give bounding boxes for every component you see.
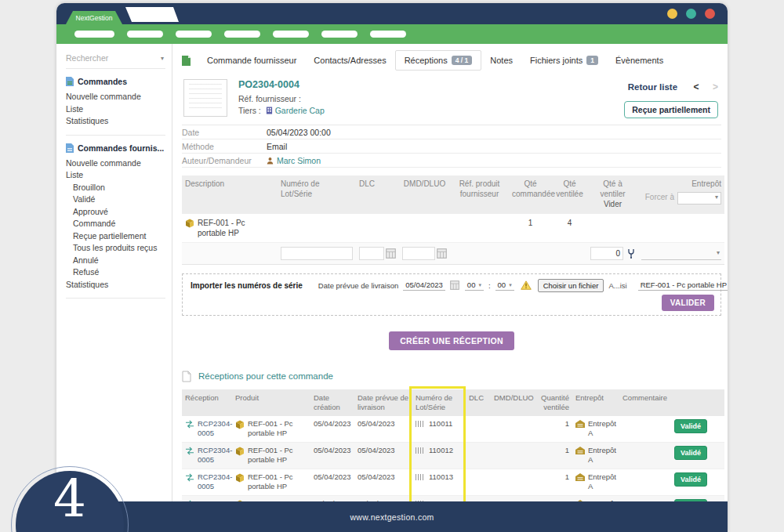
product-link[interactable]: REF-001 - Pc portable HP	[248, 472, 307, 492]
dlc-input[interactable]	[359, 247, 384, 260]
document-icon	[66, 77, 74, 86]
tab-notes[interactable]: Notes	[481, 51, 521, 70]
warehouse-link[interactable]: Entrepôt A	[588, 419, 616, 439]
minute-select[interactable]: 00▾	[495, 280, 514, 291]
col-reception: Réception	[182, 389, 232, 416]
dispatch-input-row: 0 ▾	[182, 242, 724, 264]
table-row: RCP2304-0005 REF-001 - Pc portable HP 05…	[182, 495, 724, 501]
tiers-link[interactable]: Garderie Cap	[275, 106, 325, 115]
split-dispatch-icon[interactable]	[627, 248, 635, 259]
reception-link[interactable]: RCP2304-0005	[198, 472, 232, 492]
sidebar-item-liste[interactable]: Liste	[66, 103, 165, 116]
product-link[interactable]: REF-001 - Pc portable HP	[198, 218, 274, 238]
previous-record-icon[interactable]: <	[694, 81, 699, 92]
creer-reception-button[interactable]: CRÉER UNE RÉCEPTION	[389, 331, 514, 350]
calendar-icon[interactable]	[386, 248, 396, 259]
sidebar-item-valide[interactable]: Validé	[66, 194, 165, 206]
menu-item-redacted[interactable]	[74, 31, 114, 38]
sidebar-item-commande[interactable]: Commandé	[66, 218, 165, 230]
retour-liste-link[interactable]: Retour liste	[628, 82, 677, 92]
warehouse-link[interactable]: Entrepôt A	[588, 472, 616, 492]
reception-link[interactable]: RCP2304-0005	[198, 419, 232, 439]
dmd-cell	[491, 416, 535, 443]
col-qte-commandee: Qté commandée	[509, 176, 552, 214]
brand-logo: NextGestion	[66, 11, 122, 24]
calendar-icon[interactable]	[437, 248, 447, 259]
app-footer: www.nextgestion.com	[56, 501, 728, 532]
forcer-a-select[interactable]: ▾	[677, 192, 721, 204]
next-record-icon[interactable]: >	[713, 81, 718, 92]
search-placeholder: Rechercher	[66, 53, 108, 63]
dmd-dluo-input[interactable]	[402, 247, 435, 260]
tab-evenements[interactable]: Évènements	[607, 51, 672, 70]
valider-button[interactable]: VALIDER	[662, 295, 714, 311]
product-select[interactable]: REF-001 - Pc portable HP▾	[638, 280, 728, 291]
choose-file-button[interactable]: Choisir un fichier	[538, 279, 604, 292]
product-link[interactable]: REF-001 - Pc portable HP	[248, 446, 307, 465]
sidebar-section-commandes-fournisseurs[interactable]: Commandes fournis...	[66, 143, 165, 153]
sidebar-divider	[66, 135, 165, 136]
vider-link[interactable]: Vider	[590, 200, 635, 210]
sidebar-item-tous-produits-recus[interactable]: Tous les produits reçus	[66, 242, 165, 255]
qty-dispatch-input[interactable]: 0	[590, 247, 623, 260]
date-prevue-input[interactable]: 05/04/2023	[403, 280, 445, 291]
date-prevue-cell: 05/04/2023	[354, 495, 412, 501]
document-thumbnail[interactable]	[183, 79, 227, 117]
sidebar-item-refuse[interactable]: Refusé	[66, 266, 165, 279]
menu-item-redacted[interactable]	[370, 31, 406, 38]
tab-bar: Commande fournisseur Contacts/Adresses R…	[182, 49, 721, 72]
reception-icon	[185, 447, 194, 455]
menu-item-redacted[interactable]	[273, 31, 309, 38]
dmd-cell	[491, 495, 535, 501]
detail-value-methode: Email	[267, 142, 287, 151]
receptions-section-title: Réceptions pour cette commande	[198, 371, 333, 381]
sidebar-divider	[66, 298, 165, 299]
import-serials-box: Importer les numéros de série Date prévu…	[182, 273, 721, 316]
col-dmd-dluo: DMD/DLUO	[399, 176, 450, 214]
calendar-icon[interactable]	[450, 280, 460, 290]
sidebar-item-statistiques[interactable]: Statistiques	[66, 115, 165, 128]
sidebar-item-nouvelle-commande[interactable]: Nouvelle commande	[66, 91, 165, 103]
sidebar-item-recue-partiellement[interactable]: Reçue partiellement	[66, 230, 165, 243]
warehouse-link[interactable]: Entrepôt A	[588, 446, 616, 465]
search-select[interactable]: Rechercher ▾	[66, 52, 165, 69]
lot-serie-input[interactable]	[281, 247, 353, 260]
sidebar-item-statistiques-f[interactable]: Statistiques	[66, 279, 165, 291]
date-creation-cell: 05/04/2023	[310, 495, 354, 501]
menu-item-redacted[interactable]	[127, 31, 163, 38]
package-icon	[235, 447, 245, 456]
sidebar-section-commandes[interactable]: Commandes	[66, 77, 165, 86]
col-date-creation: Date création	[310, 389, 354, 416]
col-ref-produit: Réf. produit fournisseur	[450, 176, 509, 214]
qte-commandee-value: 1	[509, 214, 552, 243]
sidebar-item-brouillon[interactable]: Brouillon	[66, 182, 165, 194]
reception-link[interactable]: RCP2304-0005	[198, 446, 232, 465]
warehouse-select[interactable]: ▾	[641, 247, 721, 260]
thumbnail-preview-lines	[189, 84, 222, 112]
file-chosen-status: A...isi	[608, 281, 626, 290]
tab-commande-fournisseur[interactable]: Commande fournisseur	[198, 51, 305, 70]
comment-cell	[619, 416, 671, 443]
sidebar-item-approuve[interactable]: Approuvé	[66, 206, 165, 219]
receptions-count-badge: 4 / 1	[452, 56, 473, 65]
detail-label: Méthode	[182, 142, 267, 151]
maximize-dot-icon[interactable]	[686, 9, 696, 19]
sidebar-item-annule[interactable]: Annulé	[66, 255, 165, 267]
reception-icon	[185, 420, 194, 429]
menu-item-redacted[interactable]	[224, 31, 260, 38]
menu-item-redacted[interactable]	[176, 31, 212, 38]
table-row: RCP2304-0005 REF-001 - Pc portable HP 05…	[182, 469, 724, 495]
author-link[interactable]: Marc Simon	[277, 156, 321, 165]
sidebar-item-nouvelle-commande-f[interactable]: Nouvelle commande	[66, 157, 165, 170]
tab-fichiers-joints[interactable]: Fichiers joints 1	[521, 51, 607, 70]
tab-contacts-adresses[interactable]: Contacts/Adresses	[305, 51, 394, 70]
close-dot-icon[interactable]	[705, 9, 715, 19]
window-controls	[667, 9, 715, 19]
minimize-dot-icon[interactable]	[667, 9, 677, 19]
sidebar-item-liste-f[interactable]: Liste	[66, 169, 165, 182]
dlc-cell	[466, 416, 491, 443]
menu-item-redacted[interactable]	[321, 31, 358, 38]
tab-receptions[interactable]: Réceptions 4 / 1	[395, 50, 482, 71]
product-link[interactable]: REF-001 - Pc portable HP	[248, 419, 307, 439]
hour-select[interactable]: 00▾	[465, 280, 484, 291]
